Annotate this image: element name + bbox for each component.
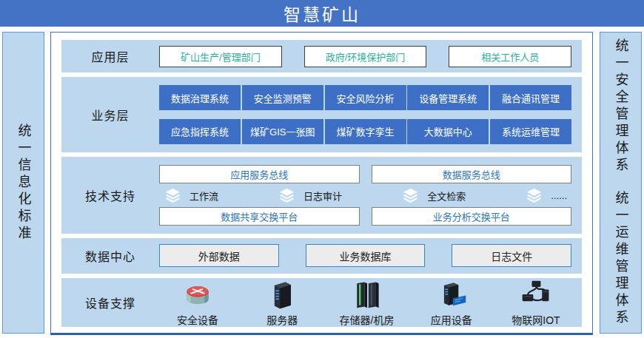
- data-center-label: 数据中心: [61, 238, 159, 274]
- layers-icon: [401, 186, 420, 205]
- device-support-band: 设备支撑 安全设备: [61, 278, 582, 327]
- application-box-staff: 相关工作人员: [449, 46, 571, 67]
- middleware-more: ......: [525, 186, 567, 205]
- business-layer-band: 业务层 数据治理系统 安全监测预警 安全风险分析 设备管理系统 融合通讯管理 应…: [61, 77, 582, 152]
- device-label-application: 应用设备: [431, 312, 472, 327]
- data-service-bus-box: 数据服务总线: [372, 165, 572, 183]
- left-bar-label: 统一信息化标准: [17, 124, 30, 243]
- service-bus-row: 应用服务总线 数据服务总线: [159, 165, 571, 183]
- right-bar-label-security: 统一安全管理体系: [614, 38, 628, 175]
- server-icon: [266, 278, 298, 311]
- tech-support-band: 技术支持 应用服务总线 数据服务总线 工作流: [61, 157, 582, 234]
- middleware-label-workflow: 工作流: [189, 189, 218, 203]
- layers-icon: [278, 186, 296, 205]
- business-row-2: 应急指挥系统 煤矿GIS一张图 煤矿数字孪生 大数据中心 系统运维管理: [159, 119, 571, 144]
- device-security: 安全设备: [162, 278, 233, 327]
- data-center-content: 外部数据 业务数据库 日志文件: [159, 238, 582, 274]
- business-box-risk-analysis: 安全风险分析: [325, 85, 406, 110]
- log-file-box: 日志文件: [452, 244, 571, 267]
- device-label-storage: 存储器/机房: [340, 312, 395, 327]
- business-box-gis-map: 煤矿GIS一张图: [242, 119, 323, 144]
- tech-support-label: 技术支持: [61, 157, 159, 234]
- layers-icon: [525, 186, 543, 205]
- right-bar-label-ops: 统一运维管理体系: [614, 191, 628, 327]
- application-box-mine-production: 矿山生产/管理部门: [159, 46, 282, 67]
- platform-row: 数据共享交换平台 业务分析交换平台: [159, 207, 571, 226]
- device-server: 服务器: [246, 278, 318, 327]
- business-layer-label: 业务层: [61, 77, 159, 152]
- app-service-bus-box: 应用服务总线: [159, 165, 360, 183]
- storage-rack-icon: [351, 278, 383, 311]
- device-support-content: 安全设备 服务器: [159, 278, 582, 327]
- device-iot: 物联网IOT: [500, 278, 571, 327]
- device-support-label: 设备支撑: [61, 278, 159, 327]
- middleware-label-more: ......: [551, 190, 567, 201]
- device-application: 应用设备: [416, 278, 487, 327]
- application-layer-content: 矿山生产/管理部门 政府/环境保护部门 相关工作人员: [159, 40, 582, 72]
- middleware-fulltext-search: 全文检索: [401, 186, 466, 205]
- device-label-iot: 物联网IOT: [511, 312, 560, 327]
- external-data-box: 外部数据: [159, 244, 279, 267]
- business-box-big-data-center: 大数据中心: [407, 119, 489, 144]
- middleware-workflow: 工作流: [164, 186, 218, 205]
- middleware-label-fulltext: 全文检索: [427, 189, 466, 203]
- business-box-ops-mgmt: 系统运维管理: [490, 119, 571, 144]
- firewall-router-icon: [181, 278, 214, 311]
- application-layer-band: 应用层 矿山生产/管理部门 政府/环境保护部门 相关工作人员: [61, 40, 582, 72]
- application-layer-label: 应用层: [61, 40, 159, 72]
- left-standard-bar: 统一信息化标准: [2, 32, 44, 334]
- data-sharing-platform-box: 数据共享交换平台: [159, 207, 360, 226]
- business-database-box: 业务数据库: [306, 244, 426, 267]
- title-banner: 智慧矿山: [0, 0, 644, 27]
- device-storage: 存储器/机房: [332, 278, 403, 327]
- application-box-government: 政府/环境保护部门: [304, 46, 427, 67]
- middleware-label-log-audit: 日志审计: [303, 189, 342, 203]
- main-frame: 应用层 矿山生产/管理部门 政府/环境保护部门 相关工作人员 业务层 数据治理系…: [50, 32, 593, 335]
- device-label-server: 服务器: [266, 312, 298, 327]
- tech-support-content: 应用服务总线 数据服务总线 工作流: [159, 157, 582, 234]
- business-box-equipment-mgmt: 设备管理系统: [407, 85, 489, 110]
- middleware-row: 工作流 日志审计: [159, 186, 571, 205]
- business-box-emergency-command: 应急指挥系统: [159, 119, 241, 144]
- business-box-comms-mgmt: 融合通讯管理: [490, 85, 571, 110]
- business-box-digital-twin: 煤矿数字孪生: [325, 119, 406, 144]
- page-title: 智慧矿山: [284, 1, 360, 26]
- business-layer-content: 数据治理系统 安全监测预警 安全风险分析 设备管理系统 融合通讯管理 应急指挥系…: [159, 77, 582, 152]
- business-box-data-governance: 数据治理系统: [159, 85, 241, 110]
- business-box-safety-monitoring: 安全监测预警: [242, 85, 323, 110]
- middleware-log-audit: 日志审计: [278, 186, 342, 205]
- app-device-icon: [435, 278, 468, 311]
- right-system-bar: 统一安全管理体系 统一运维管理体系: [600, 32, 642, 334]
- data-center-band: 数据中心 外部数据 业务数据库 日志文件: [61, 238, 582, 274]
- business-row-1: 数据治理系统 安全监测预警 安全风险分析 设备管理系统 融合通讯管理: [159, 85, 571, 110]
- smart-mine-architecture-diagram: 智慧矿山 统一信息化标准 统一安全管理体系 统一运维管理体系 应用层 矿山生产/…: [0, 0, 644, 338]
- business-analysis-platform-box: 业务分析交换平台: [372, 207, 572, 226]
- iot-network-icon: [520, 278, 552, 311]
- layers-icon: [164, 186, 182, 205]
- device-label-security: 安全设备: [177, 312, 218, 327]
